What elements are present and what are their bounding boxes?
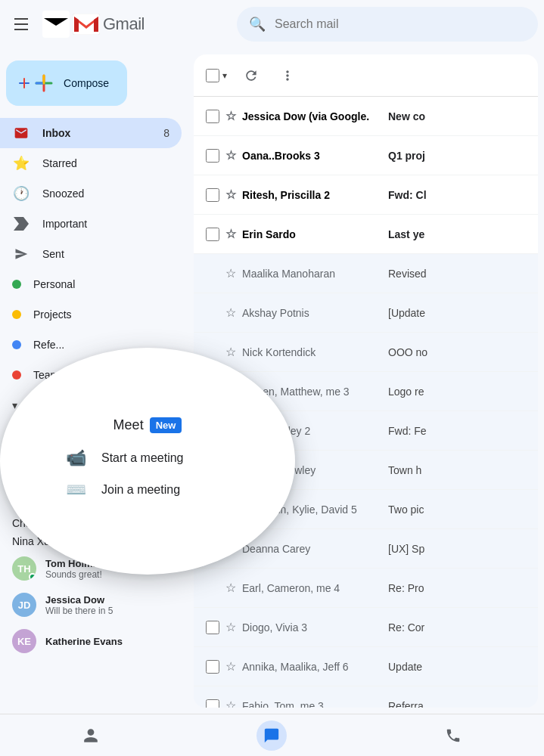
- sidebar-item-projects[interactable]: Projects: [0, 299, 182, 330]
- star-icon[interactable]: ☆: [225, 109, 236, 123]
- star-icon[interactable]: ☆: [225, 305, 236, 320]
- email-subject: Re: Pro: [388, 582, 526, 594]
- star-icon[interactable]: ☆: [225, 187, 236, 202]
- email-row[interactable]: ☆ Deanna Carey [UX] Sp: [194, 529, 538, 569]
- row-checkbox[interactable]: [206, 699, 219, 708]
- email-subject: Town h: [388, 464, 526, 476]
- row-checkbox[interactable]: [206, 621, 219, 634]
- starred-icon: ⭐: [12, 154, 30, 172]
- chevron-down-icon: ▾: [12, 399, 17, 411]
- tom-info: Tom Holman Sounds great!: [45, 558, 182, 580]
- sidebar-item-snoozed[interactable]: 🕐 Snoozed: [0, 178, 182, 209]
- row-checkbox[interactable]: [206, 149, 219, 163]
- email-subject: Q1 proj: [388, 150, 526, 162]
- email-row[interactable]: ☆ Diogo, Vivia 3 Re: Cor: [194, 608, 538, 647]
- app-title: Gmail: [103, 14, 145, 34]
- chat-item-katherine[interactable]: KE Katherine Evans: [0, 623, 194, 659]
- email-row[interactable]: ☆ Akshay Potnis [Update: [194, 293, 538, 333]
- star-icon[interactable]: ☆: [225, 266, 236, 280]
- compose-button[interactable]: Compose: [6, 60, 127, 106]
- star-icon[interactable]: ☆: [225, 423, 236, 438]
- email-row[interactable]: ☆ Earl, Cameron, me 4 Re: Pro: [194, 569, 538, 608]
- refresh-button[interactable]: [239, 64, 263, 88]
- star-icon[interactable]: ☆: [225, 581, 236, 595]
- online-status-dot: [29, 573, 36, 581]
- star-icon[interactable]: ☆: [225, 620, 236, 634]
- sidebar-item-important[interactable]: Important: [0, 209, 182, 239]
- email-subject: Fwd: Cl: [388, 189, 526, 201]
- jessica-avatar: JD: [12, 593, 36, 617]
- chat-user-name: Nina Xu: [12, 535, 50, 547]
- sent-label: Sent: [42, 248, 169, 260]
- join-meeting-item[interactable]: ⌨️ Join a meeting: [12, 472, 182, 502]
- email-row[interactable]: ☆ Fabio, Tom, me 3 Referra: [194, 686, 538, 708]
- start-meeting-label: Start a meeting: [42, 451, 114, 463]
- star-icon[interactable]: ☆: [225, 345, 236, 359]
- sender-name: Annika, Maalika, Jeff 6: [242, 661, 382, 673]
- star-icon[interactable]: ☆: [225, 384, 236, 398]
- more-toggle[interactable]: ▾ More: [0, 390, 194, 420]
- chat-item-jessica[interactable]: JD Jessica Dow Will be there in 5: [0, 587, 194, 623]
- chat-label: Chat: [12, 517, 35, 529]
- email-row[interactable]: ☆ Oana..Brooks 3 Q1 proj: [194, 136, 538, 175]
- sent-icon: [12, 245, 30, 263]
- search-input[interactable]: [275, 17, 526, 31]
- email-row[interactable]: ☆ Nick Kortendick OOO no: [194, 333, 538, 372]
- email-toolbar: ▾: [194, 54, 538, 97]
- sidebar-item-sent[interactable]: Sent: [0, 239, 182, 269]
- meet-label: Meet: [12, 426, 36, 438]
- sidebar-item-team[interactable]: Team: [0, 360, 182, 390]
- chat-button[interactable]: [256, 720, 287, 751]
- gmail-logo: Gmail: [42, 11, 145, 38]
- phone-button[interactable]: [438, 720, 468, 751]
- jessica-name: Jessica Dow: [45, 594, 182, 606]
- email-subject: Update: [388, 661, 526, 673]
- star-icon[interactable]: ☆: [225, 502, 236, 516]
- sender-name: Earl, Cameron, me 4: [242, 582, 382, 594]
- star-icon[interactable]: ☆: [225, 227, 236, 241]
- sidebar-item-personal[interactable]: Personal: [0, 269, 182, 299]
- sender-name: Jessica Dow (via Google.: [242, 110, 382, 122]
- sender-name: Annika Crowley: [242, 464, 382, 476]
- email-list-container: ▾ ☆ Jessica Dow (via Google. New co ☆ Oa…: [194, 54, 538, 708]
- star-icon[interactable]: ☆: [225, 541, 236, 556]
- star-icon[interactable]: ☆: [225, 463, 236, 477]
- star-icon[interactable]: ☆: [225, 659, 236, 674]
- row-checkbox[interactable]: [206, 228, 219, 241]
- select-all-wrap[interactable]: ▾: [206, 69, 227, 82]
- select-dropdown-icon[interactable]: ▾: [222, 70, 227, 81]
- sender-name: Maalika Manoharan: [242, 268, 382, 280]
- sender-name: Fabio, Tom, me 3: [242, 700, 382, 708]
- star-icon[interactable]: ☆: [225, 148, 236, 163]
- email-row[interactable]: ☆ Annika, Maalika, Jeff 6 Update: [194, 647, 538, 686]
- row-checkbox[interactable]: [206, 660, 219, 674]
- katherine-name: Katherine Evans: [45, 636, 182, 647]
- chat-item-tom[interactable]: TH Tom Holman Sounds great!: [0, 550, 194, 587]
- gmail-m-icon: [73, 14, 100, 35]
- snoozed-icon: 🕐: [12, 184, 30, 203]
- sidebar-item-starred[interactable]: ⭐ Starred: [0, 148, 182, 178]
- start-meeting-item[interactable]: 📹 Start a meeting: [12, 442, 182, 472]
- more-options-button[interactable]: [275, 64, 300, 88]
- email-row[interactable]: ☆ Erin Sardo Last ye: [194, 215, 538, 254]
- menu-button[interactable]: [6, 9, 36, 39]
- chat-user-selector[interactable]: Nina Xu ▾: [0, 532, 194, 550]
- search-bar[interactable]: 🔍: [237, 7, 538, 42]
- people-button[interactable]: [76, 720, 106, 751]
- row-checkbox[interactable]: [206, 188, 219, 202]
- email-row[interactable]: ☆ Annika Crowley Town h: [194, 451, 538, 490]
- star-icon[interactable]: ☆: [225, 699, 236, 708]
- header-left: Gmail: [6, 9, 237, 39]
- sidebar-item-references[interactable]: Refe...: [0, 330, 182, 360]
- row-checkbox[interactable]: [206, 110, 219, 123]
- sender-name: Erin Sardo: [242, 228, 382, 240]
- email-row[interactable]: ☆ Maalika Manoharan Revised: [194, 254, 538, 293]
- projects-label: Projects: [33, 308, 169, 321]
- email-row[interactable]: ☆ Muireann, Kylie, David 5 Two pic: [194, 490, 538, 529]
- email-row[interactable]: ☆ Ritesh, Priscilla 2 Fwd: Cl: [194, 175, 538, 215]
- sidebar-item-inbox[interactable]: Inbox 8: [0, 118, 182, 148]
- select-all-checkbox[interactable]: [206, 69, 219, 82]
- email-row[interactable]: ☆ Mika, Ashley 2 Fwd: Fe: [194, 411, 538, 451]
- email-row[interactable]: ☆ Jessica Dow (via Google. New co: [194, 97, 538, 136]
- email-row[interactable]: ☆ Jeroen, Matthew, me 3 Logo re: [194, 372, 538, 411]
